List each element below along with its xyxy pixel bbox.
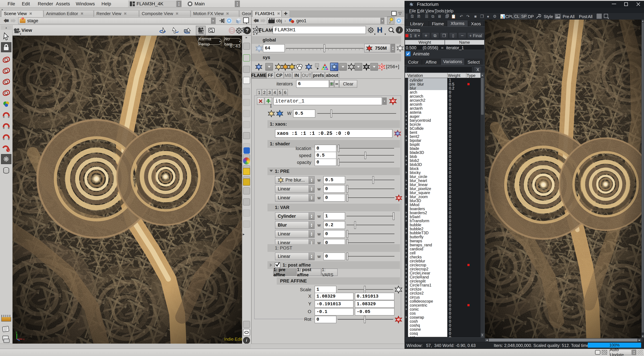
svg-text:y: y xyxy=(16,331,17,334)
svg-text:x: x xyxy=(23,338,24,341)
